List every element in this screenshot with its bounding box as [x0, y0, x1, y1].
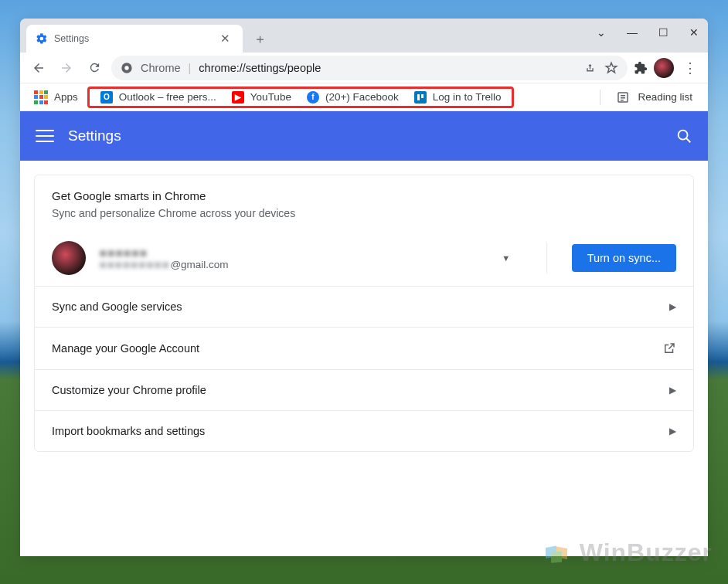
chrome-icon — [121, 62, 133, 74]
youtube-icon: ▶ — [232, 91, 244, 104]
page-title: Settings — [68, 127, 121, 144]
reading-list-button[interactable]: Reading list — [608, 89, 700, 106]
search-button[interactable] — [675, 127, 692, 144]
tab-title: Settings — [54, 33, 211, 44]
url-app-label: Chrome — [141, 62, 181, 74]
window-controls: ⌄ ― ☐ ✕ — [595, 26, 700, 39]
row-import-bookmarks[interactable]: Import bookmarks and settings ▶ — [35, 411, 693, 451]
settings-appbar: Settings — [20, 111, 708, 161]
star-icon[interactable] — [604, 61, 618, 75]
svg-rect-2 — [417, 94, 420, 100]
sync-card: Get Google smarts in Chrome Sync and per… — [34, 175, 694, 452]
extensions-icon[interactable] — [634, 61, 648, 75]
chevron-down-icon[interactable]: ⌄ — [595, 26, 607, 39]
tab-settings[interactable]: Settings ✕ — [26, 25, 243, 53]
card-heading: Get Google smarts in Chrome — [52, 189, 676, 202]
apps-button[interactable]: Apps — [28, 87, 84, 107]
card-subheading: Sync and personalize Chrome across your … — [52, 207, 676, 219]
winbuzzer-logo-icon — [541, 536, 573, 569]
settings-content[interactable]: Get Google smarts in Chrome Sync and per… — [20, 161, 708, 556]
row-manage-account[interactable]: Manage your Google Account — [35, 328, 693, 370]
chevron-right-icon: ▶ — [669, 385, 676, 396]
bookmark-outlook[interactable]: O Outlook – free pers... — [93, 90, 224, 105]
avatar — [52, 241, 86, 275]
hamburger-menu-button[interactable] — [36, 126, 54, 146]
browser-toolbar: Chrome | chrome://settings/people ⋮ — [20, 53, 708, 83]
account-name: ●●●●●● — [100, 246, 477, 259]
reading-list-icon — [616, 90, 630, 104]
bookmark-facebook[interactable]: f (20+) Facebook — [299, 90, 407, 105]
back-button[interactable] — [28, 57, 49, 79]
row-customize-profile[interactable]: Customize your Chrome profile ▶ — [35, 370, 693, 411]
svg-point-1 — [124, 66, 128, 70]
svg-rect-3 — [421, 94, 424, 98]
facebook-icon: f — [307, 91, 319, 104]
share-icon[interactable] — [583, 61, 597, 75]
trello-icon — [414, 91, 427, 104]
profile-avatar-button[interactable] — [654, 58, 674, 78]
close-tab-button[interactable]: ✕ — [217, 30, 233, 47]
menu-button[interactable]: ⋮ — [680, 59, 700, 76]
account-row: ●●●●●● ●●●●●●●●●@gmail.com ▼ Turn on syn… — [35, 230, 693, 287]
new-tab-button[interactable]: ＋ — [249, 28, 270, 49]
bookmark-trello[interactable]: Log in to Trello — [407, 90, 509, 105]
account-dropdown[interactable]: ▼ — [491, 253, 522, 263]
bookmarks-highlight-box: O Outlook – free pers... ▶ YouTube f (20… — [87, 87, 515, 108]
chevron-right-icon: ▶ — [669, 301, 676, 312]
bookmarks-bar: Apps O Outlook – free pers... ▶ YouTube … — [20, 83, 708, 111]
outlook-icon: O — [100, 91, 113, 104]
reload-button[interactable] — [83, 57, 105, 79]
tab-strip: Settings ✕ ＋ ⌄ ― ☐ ✕ — [20, 19, 708, 53]
turn-on-sync-button[interactable]: Turn on sync... — [572, 244, 676, 272]
watermark: WinBuzzer — [541, 536, 713, 569]
row-sync-services[interactable]: Sync and Google services ▶ — [35, 287, 693, 328]
minimize-button[interactable]: ― — [626, 26, 638, 39]
maximize-button[interactable]: ☐ — [657, 26, 669, 39]
apps-icon — [34, 90, 48, 104]
svg-line-9 — [686, 138, 690, 142]
gear-icon — [36, 32, 48, 45]
bookmark-youtube[interactable]: ▶ YouTube — [224, 90, 299, 105]
close-window-button[interactable]: ✕ — [688, 26, 700, 39]
chevron-right-icon: ▶ — [669, 426, 676, 436]
address-bar[interactable]: Chrome | chrome://settings/people — [111, 56, 628, 80]
url-path: chrome://settings/people — [199, 62, 321, 74]
svg-rect-12 — [551, 552, 562, 563]
account-email: ●●●●●●●●●@gmail.com — [100, 259, 477, 270]
browser-window: Settings ✕ ＋ ⌄ ― ☐ ✕ Chrome | chrome://s… — [20, 19, 708, 556]
svg-point-8 — [679, 131, 688, 140]
external-link-icon — [662, 341, 676, 355]
forward-button[interactable] — [56, 57, 77, 79]
